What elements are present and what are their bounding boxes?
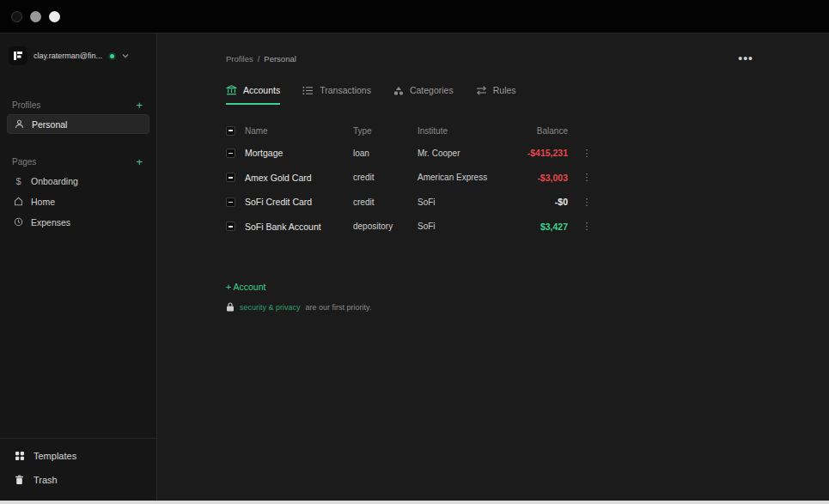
add-page-button[interactable]: + <box>134 156 144 167</box>
app-body: clay.raterman@fin... Profiles + Personal <box>0 33 829 501</box>
row-menu-button[interactable]: ⋮ <box>568 197 606 208</box>
row-menu-button[interactable]: ⋮ <box>568 172 606 183</box>
sidebar-item-label: Personal <box>32 119 67 130</box>
account-balance: $3,427 <box>492 222 568 232</box>
account-name[interactable]: Amex Gold Card <box>245 173 353 183</box>
sidebar-item-label: Templates <box>34 451 76 461</box>
tab-categories[interactable]: Categories <box>393 85 454 105</box>
tab-label: Transactions <box>320 85 371 95</box>
rules-swap-icon <box>476 86 487 95</box>
column-header-name: Name <box>245 126 353 136</box>
row-menu-button[interactable]: ⋮ <box>568 221 606 232</box>
tab-label: Categories <box>410 85 454 95</box>
row-checkbox[interactable] <box>226 222 235 231</box>
privacy-link[interactable]: security & privacy <box>240 303 301 312</box>
sidebar-item-label: Onboarding <box>31 176 78 186</box>
account-switcher[interactable]: clay.raterman@fin... <box>0 33 156 77</box>
account-institute: American Express <box>418 173 492 182</box>
pages-label: Pages <box>12 157 36 167</box>
templates-grid-icon <box>14 451 25 461</box>
main-content: Profiles / Personal ••• Accounts <box>157 33 829 501</box>
sidebar-item-label: Home <box>31 197 55 207</box>
status-dot-icon <box>108 52 116 60</box>
sidebar-item-templates[interactable]: Templates <box>7 444 149 468</box>
account-email: clay.raterman@fin... <box>34 52 102 60</box>
table-row[interactable]: SoFi Bank Account depository SoFi $3,427… <box>226 215 760 240</box>
account-balance: -$0 <box>492 197 568 207</box>
app-window: clay.raterman@fin... Profiles + Personal <box>0 0 829 504</box>
window-maximize-button[interactable] <box>49 11 60 22</box>
window-close-button[interactable] <box>11 11 22 22</box>
person-icon <box>14 119 25 129</box>
bottom-edge-strip <box>0 501 829 504</box>
pages-section-header: Pages + <box>7 153 149 170</box>
account-institute: Mr. Cooper <box>418 149 492 158</box>
lock-icon <box>226 302 235 312</box>
sidebar-footer: Templates Trash <box>0 438 156 501</box>
pages-section: Pages + $ Onboarding Home <box>0 153 156 232</box>
row-menu-button[interactable]: ⋮ <box>568 148 606 159</box>
privacy-text: are our first priority. <box>306 303 372 312</box>
bank-icon <box>226 85 237 95</box>
column-header-balance: Balance <box>492 126 568 136</box>
account-name[interactable]: Mortgage <box>245 148 353 158</box>
trash-icon <box>14 475 25 485</box>
tab-bar: Accounts Transactions Categories <box>157 85 829 105</box>
dollar-icon: $ <box>13 176 24 186</box>
breadcrumb-personal: Personal <box>264 54 296 64</box>
categories-icon <box>393 86 404 95</box>
accounts-table: Name Type Institute Balance Mortgage loa… <box>157 120 829 239</box>
breadcrumb-profiles[interactable]: Profiles <box>226 54 253 64</box>
sidebar-item-expenses[interactable]: Expenses <box>7 212 149 232</box>
table-row[interactable]: SoFi Credit Card credit SoFi -$0 ⋮ <box>226 190 760 215</box>
sidebar-spacer <box>0 232 156 438</box>
tab-rules[interactable]: Rules <box>476 85 516 105</box>
table-header-row: Name Type Institute Balance <box>226 120 760 141</box>
tab-label: Accounts <box>243 85 280 95</box>
account-type: loan <box>353 149 418 158</box>
row-checkbox[interactable] <box>226 173 235 182</box>
privacy-note: security & privacy are our first priorit… <box>157 302 829 312</box>
table-row[interactable]: Mortgage loan Mr. Cooper -$415,231 ⋮ <box>226 141 760 166</box>
sidebar-item-personal[interactable]: Personal <box>7 114 149 134</box>
account-balance: -$3,003 <box>492 173 568 183</box>
add-account-button[interactable]: + Account <box>226 282 265 292</box>
sidebar-item-onboarding[interactable]: $ Onboarding <box>7 171 149 191</box>
breadcrumb: Profiles / Personal <box>226 54 296 64</box>
app-logo-icon <box>9 46 27 65</box>
add-account-section: + Account <box>157 278 829 294</box>
account-type: credit <box>353 173 418 182</box>
titlebar <box>0 0 829 33</box>
more-options-button[interactable]: ••• <box>738 52 753 64</box>
add-profile-button[interactable]: + <box>134 100 144 111</box>
column-header-institute: Institute <box>418 126 492 136</box>
sidebar-item-home[interactable]: Home <box>7 191 149 211</box>
row-checkbox[interactable] <box>226 149 235 158</box>
sidebar-item-label: Expenses <box>31 217 70 228</box>
account-institute: SoFi <box>418 197 492 207</box>
account-balance: -$415,231 <box>492 148 568 158</box>
account-type: depository <box>353 222 418 231</box>
sidebar-item-label: Trash <box>34 475 58 485</box>
sidebar: clay.raterman@fin... Profiles + Personal <box>0 33 157 501</box>
profiles-section: Profiles + Personal <box>0 96 156 134</box>
clock-icon <box>13 217 24 227</box>
profiles-label: Profiles <box>12 100 40 110</box>
table-row[interactable]: Amex Gold Card credit American Express -… <box>226 166 760 191</box>
list-icon <box>302 86 314 95</box>
tab-label: Rules <box>493 85 516 95</box>
row-checkbox[interactable] <box>226 197 235 207</box>
tab-accounts[interactable]: Accounts <box>226 85 280 105</box>
tab-transactions[interactable]: Transactions <box>302 85 371 105</box>
sidebar-item-trash[interactable]: Trash <box>7 468 149 492</box>
account-type: credit <box>353 197 418 207</box>
main-header: Profiles / Personal ••• <box>157 33 829 64</box>
column-header-type: Type <box>353 126 418 136</box>
select-all-checkbox[interactable] <box>226 126 235 136</box>
account-name[interactable]: SoFi Credit Card <box>245 197 353 207</box>
breadcrumb-separator: / <box>258 54 260 64</box>
window-minimize-button[interactable] <box>30 11 41 22</box>
account-name[interactable]: SoFi Bank Account <box>245 222 353 232</box>
chevron-down-icon <box>122 53 129 58</box>
profiles-section-header: Profiles + <box>7 96 149 113</box>
